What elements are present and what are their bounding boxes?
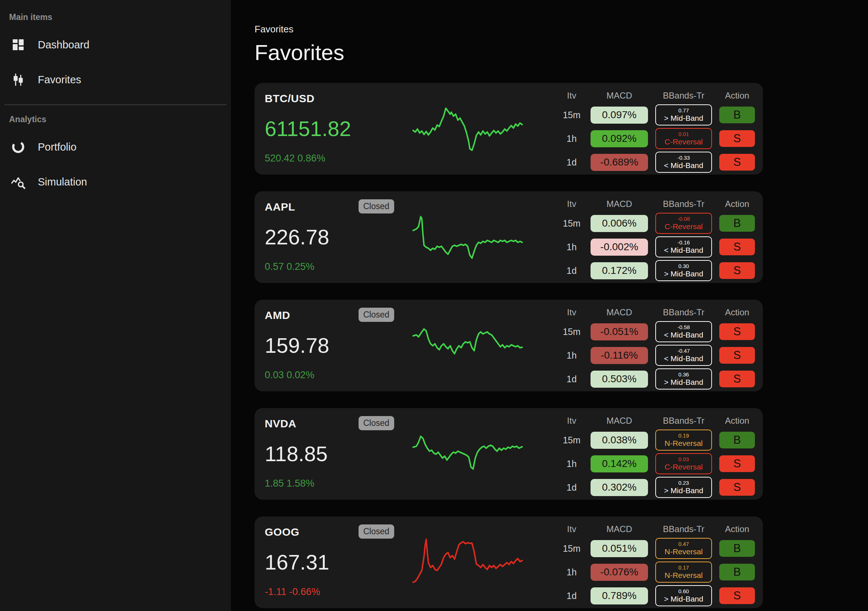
macd-cell: 0.097% [591,107,648,124]
bbands-trend-label: < Mid-Band [664,246,703,254]
interval-label: 1h [567,133,577,144]
column-header-bbands: BBands-Tr [663,198,704,210]
interval-label: 1h [567,242,577,253]
sidebar-item-portfolio[interactable]: Portfolio [0,129,231,164]
column-header-bbands: BBands-Tr [663,90,704,102]
interval-label: 1d [567,482,577,493]
sidebar-item-dashboard[interactable]: Dashboard [0,27,231,62]
bbands-cell: -0.16 < Mid-Band [655,236,712,257]
change-value: 0.03 0.02% [265,369,315,381]
macd-cell: -0.689% [591,154,648,171]
bbands-trend-label: C-Reversal [664,463,702,471]
sparkline-chart [413,320,522,369]
action-button[interactable]: S [719,154,755,171]
bbands-value: -0.08 [677,216,690,222]
bbands-cell: 0.30 > Mid-Band [655,260,712,281]
favorite-card[interactable]: AMD Closed 159.78 0.03 0.02% Itv MACD BB… [254,300,763,391]
bbands-cell: -0.47 < Mid-Band [655,345,712,366]
change-value: 1.85 1.58% [265,478,315,489]
favorite-card[interactable]: NVDA Closed 118.85 1.85 1.58% Itv MACD B… [254,408,763,500]
sidebar-item-label: Simulation [38,176,87,188]
interval-label: 15m [563,327,581,337]
action-button[interactable]: S [719,262,755,279]
interval-label: 1d [567,374,577,385]
action-button[interactable]: S [719,371,755,387]
sidebar: Main items Dashboard Favorites Analytics [0,0,231,611]
interval-label: 1h [567,350,577,361]
candlestick-chart-icon [11,72,25,87]
bbands-trend-label: < Mid-Band [664,161,703,170]
bbands-value: -0.58 [677,324,690,330]
macd-cell: 0.038% [591,432,648,449]
bbands-trend-label: N-Reversal [664,439,702,448]
bbands-value: 0.17 [678,565,689,571]
column-header-interval: Itv [567,306,576,319]
column-header-bbands: BBands-Tr [663,523,704,535]
interval-label: 1d [567,591,577,601]
interval-label: 15m [563,543,581,554]
favorite-card[interactable]: BTC/USD 61151.82 520.42 0.86% Itv MACD B… [254,83,763,175]
action-button[interactable]: S [719,455,755,472]
bbands-value: 0.19 [678,433,689,439]
column-header-bbands: BBands-Tr [663,306,704,319]
sidebar-item-favorites[interactable]: Favorites [0,62,231,97]
action-button[interactable]: S [719,323,755,340]
main-content: Favorites Favorites BTC/USD 61151.82 520… [231,0,868,611]
column-header-interval: Itv [567,523,576,535]
bbands-cell: -0.08 C-Reversal [655,213,712,234]
action-button[interactable]: S [719,239,755,255]
sparkline-chart [413,103,522,153]
bbands-cell: 0.17 N-Reversal [655,561,712,583]
column-header-bbands: BBands-Tr [663,415,704,427]
bbands-value: -0.33 [677,155,690,161]
bbands-cell: 0.23 > Mid-Band [655,477,712,498]
sidebar-item-simulation[interactable]: Simulation [0,164,231,199]
symbol-label: AAPL [265,201,295,213]
bbands-trend-label: C-Reversal [664,222,702,231]
macd-cell: -0.076% [591,564,648,581]
price-value: 226.78 [265,225,329,249]
favorite-card[interactable]: AAPL Closed 226.78 0.57 0.25% Itv MACD B… [254,191,763,283]
bbands-value: 0.23 [678,480,689,486]
symbol-label: GOOG [265,526,299,538]
column-header-macd: MACD [606,415,632,427]
column-header-action: Action [725,198,749,210]
action-button[interactable]: S [719,347,755,364]
action-button[interactable]: B [719,564,755,580]
bbands-trend-label: < Mid-Band [664,330,703,339]
bbands-value: 0.01 [678,131,689,138]
action-button[interactable]: B [719,107,755,123]
bbands-cell: 0.36 > Mid-Band [655,368,712,389]
action-button[interactable]: B [719,540,755,557]
market-closed-badge: Closed [358,199,394,214]
sidebar-item-label: Portfolio [38,141,76,153]
column-header-macd: MACD [606,523,632,535]
market-closed-badge: Closed [358,416,394,430]
bbands-trend-label: N-Reversal [664,547,702,556]
action-button[interactable]: S [719,587,755,604]
sidebar-section-analytics: Analytics [9,115,231,124]
action-button[interactable]: B [719,432,755,448]
bbands-trend-label: N-Reversal [664,571,702,580]
price-value: 167.31 [265,551,329,574]
bbands-trend-label: > Mid-Band [664,486,703,495]
bbands-value: -0.16 [677,240,690,246]
action-button[interactable]: S [719,130,755,147]
sidebar-section-main-items: Main items [9,12,231,22]
action-button[interactable]: S [719,479,755,496]
interval-label: 15m [563,435,581,445]
action-button[interactable]: B [719,215,755,232]
favorite-card[interactable]: GOOG Closed 167.31 -1.11 -0.66% Itv MACD… [254,516,763,608]
sparkline-chart [413,212,522,261]
bbands-value: -0.47 [677,348,690,354]
symbol-label: BTC/USD [265,92,315,105]
signals-table: Itv MACD BBands-Tr Action 15m -0.051% -0… [560,306,755,389]
column-header-macd: MACD [606,90,632,102]
interval-label: 15m [563,218,581,229]
symbol-label: NVDA [265,417,296,430]
change-value: 520.42 0.86% [265,153,326,164]
breadcrumb[interactable]: Favorites [254,23,868,36]
query-stats-icon [11,175,25,189]
bbands-value: 0.30 [678,263,689,270]
market-closed-badge: Closed [358,524,394,539]
